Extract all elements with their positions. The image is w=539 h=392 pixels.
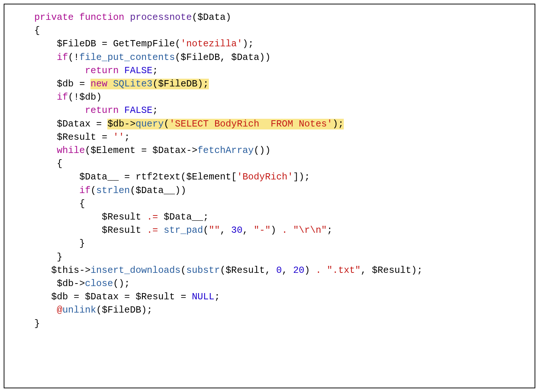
punct: ); (299, 172, 310, 182)
op: . (276, 225, 293, 236)
arrow: -> (186, 145, 197, 156)
punct: ( (175, 39, 181, 49)
number: 30 (231, 225, 243, 236)
brace: { (79, 199, 85, 209)
arrow: -> (79, 265, 91, 276)
punct: ; (124, 132, 130, 143)
keyword: if (57, 52, 68, 63)
op: = (96, 132, 113, 143)
arg: $FileDB (181, 52, 220, 63)
at: @ (57, 305, 62, 316)
obj: $Datax (153, 145, 186, 156)
rhs: $Data__ (158, 212, 203, 222)
punct: ); (242, 39, 254, 49)
punct: ( (220, 265, 225, 276)
var: $Data__ (79, 172, 119, 182)
arg: $Result (372, 265, 411, 276)
keyword: while (57, 145, 85, 156)
obj: $db (57, 278, 74, 289)
punct: ); (141, 305, 153, 316)
param: $Data (197, 12, 226, 23)
punct: , (361, 265, 372, 276)
arg: $Result (226, 265, 265, 276)
keyword: return (85, 105, 119, 116)
code-line: $FileDB = GetTempFile('notezilla'); (12, 39, 254, 49)
op: = (119, 172, 136, 182)
string: 'SELECT BodyRich FROM Notes' (169, 119, 333, 129)
string: "" (209, 225, 220, 236)
code-line: return FALSE; (12, 65, 158, 76)
code-line: $Result .= $Data__; (12, 212, 209, 222)
keyword: return (85, 65, 119, 76)
punct: , (265, 265, 276, 276)
punct: ); (197, 79, 209, 89)
var: $db (51, 292, 68, 302)
punct: ( (85, 145, 90, 156)
punct: ); (332, 119, 344, 129)
punct: ( (164, 119, 169, 129)
punct: ( (90, 185, 96, 196)
arg: $FileDB (102, 305, 141, 316)
punct: ] (293, 172, 299, 182)
op: = (96, 39, 113, 49)
code-line: while($Element = $Datax->fetchArray()) (12, 145, 271, 156)
punct: ( (175, 52, 181, 63)
function-name: processnote (130, 12, 192, 23)
builtin: strlen (96, 185, 130, 196)
punct: ; (214, 292, 220, 302)
brace: } (79, 238, 85, 249)
var: $Element (90, 145, 135, 156)
op: = (68, 292, 85, 302)
code-line: } (12, 238, 85, 249)
highlight: new SQLite3($FileDB); (90, 79, 208, 89)
op: .= (147, 212, 158, 222)
number: 0 (276, 265, 282, 276)
punct: () (254, 145, 265, 156)
punct: ( (181, 172, 186, 182)
punct: ; (153, 65, 158, 76)
builtin: unlink (63, 305, 96, 316)
op: = (119, 292, 136, 302)
code-block: private function processnote($Data) { $F… (12, 11, 527, 331)
punct: ) (265, 145, 271, 156)
var: $Result (102, 212, 141, 222)
space (158, 225, 164, 236)
punct: ) (271, 225, 276, 236)
const: FALSE (124, 65, 153, 76)
punct: ( (153, 79, 158, 89)
punct: ( (130, 185, 135, 196)
number: 20 (293, 265, 304, 276)
brace: { (57, 158, 62, 169)
keyword: private (34, 12, 74, 23)
brace: { (34, 25, 40, 36)
punct: [ (231, 172, 237, 182)
var: $db (79, 92, 96, 103)
punct: )) (175, 185, 186, 196)
code-container: private function processnote($Data) { $F… (4, 4, 535, 388)
arg: $Element (186, 172, 231, 182)
space (107, 79, 113, 89)
code-line: { (12, 25, 40, 36)
punct: , (220, 52, 231, 63)
punct: (! (68, 52, 79, 63)
builtin: substr (186, 265, 220, 276)
op: = (90, 119, 107, 129)
var: $Result (57, 132, 96, 143)
arg: $Data (231, 52, 260, 63)
method: close (85, 278, 113, 289)
var: $FileDB (57, 39, 96, 49)
punct: ; (203, 212, 208, 222)
punct: ; (153, 105, 158, 116)
op: = (136, 145, 153, 156)
punct: , (220, 225, 231, 236)
const: FALSE (124, 105, 153, 116)
brace: } (34, 318, 40, 329)
call: rtf2text (136, 172, 181, 182)
punct: ) (226, 12, 231, 23)
code-line: } (12, 252, 63, 263)
punct: ; (327, 225, 332, 236)
var: $Datax (85, 292, 119, 302)
method: query (136, 119, 164, 129)
obj: $db (107, 119, 124, 129)
punct: ( (203, 225, 208, 236)
